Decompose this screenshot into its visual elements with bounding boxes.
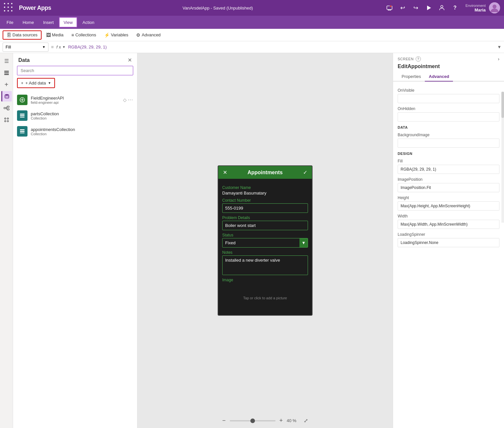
variables-button[interactable]: ⚡ Variables xyxy=(101,31,132,39)
fx-label: fx ▼ xyxy=(56,45,65,49)
svg-point-14 xyxy=(7,118,9,119)
svg-rect-11 xyxy=(7,106,9,107)
data-search-input[interactable] xyxy=(17,66,133,75)
menu-action[interactable]: Action xyxy=(79,17,98,28)
api-more-icon[interactable]: ··· xyxy=(128,97,133,103)
fill-input[interactable] xyxy=(398,165,499,174)
undo-icon[interactable]: ↩ xyxy=(397,3,408,13)
data-panel: Data ✕ + + Add data ▼ FieldEngineerAPI f… xyxy=(13,53,137,428)
nav-tools[interactable] xyxy=(1,115,12,125)
zoom-slider[interactable] xyxy=(230,420,276,421)
database-icon: 🗄 xyxy=(7,32,11,38)
height-input[interactable] xyxy=(398,201,499,211)
svg-rect-8 xyxy=(4,74,9,75)
environment-name: Maria xyxy=(475,8,486,12)
notes-label: Notes xyxy=(222,250,308,255)
menu-file[interactable]: File xyxy=(3,17,17,28)
nav-hamburger[interactable]: ☰ xyxy=(1,56,12,66)
menu-home[interactable]: Home xyxy=(19,17,38,28)
canvas-area[interactable]: ✕ Appointments ✓ Customer Name Damayanti… xyxy=(137,53,393,428)
formula-input[interactable]: RGBA(29, 29, 29, 1) xyxy=(68,45,492,49)
parts-name: partsCollection xyxy=(31,111,133,116)
problem-details-label: Problem Details xyxy=(222,215,308,220)
phone-screen: ✕ Appointments ✓ Customer Name Damayanti… xyxy=(218,165,313,316)
image-position-input[interactable] xyxy=(398,183,499,192)
svg-rect-22 xyxy=(20,131,25,132)
formula-dropdown-chevron[interactable]: ▼ xyxy=(62,45,65,49)
api-icon xyxy=(17,95,27,105)
phone-check-icon[interactable]: ✓ xyxy=(303,169,307,176)
image-upload-area[interactable]: Tap or click to add a picture xyxy=(222,285,308,311)
redo-icon[interactable]: ↪ xyxy=(410,3,421,13)
loading-spinner-input[interactable] xyxy=(398,238,499,247)
svg-rect-23 xyxy=(20,133,25,133)
avatar[interactable] xyxy=(489,2,500,13)
props-content: OnVisible OnHidden DATA BackgroundImage … xyxy=(393,82,504,428)
plus-icon: + xyxy=(21,81,24,85)
svg-rect-19 xyxy=(20,115,25,116)
props-expand-icon[interactable]: › xyxy=(498,56,499,62)
problem-details-input[interactable]: Boiler wont start xyxy=(222,221,308,230)
close-icon[interactable]: ✕ xyxy=(128,57,132,63)
svg-marker-2 xyxy=(427,6,431,10)
collections-button[interactable]: ≡ Collections xyxy=(68,31,99,39)
phone-close-icon[interactable]: ✕ xyxy=(223,169,227,176)
scrollbar-thumb[interactable] xyxy=(501,92,504,118)
fullscreen-icon[interactable]: ⤢ xyxy=(304,418,308,424)
svg-rect-21 xyxy=(20,129,25,130)
add-data-chevron: ▼ xyxy=(48,81,51,85)
props-header: SCREEN ? › xyxy=(393,53,504,63)
parts-sub: Collection xyxy=(31,116,133,120)
advanced-icon: ⚙ xyxy=(136,32,140,38)
notes-textarea[interactable]: Installed a new diverter valve xyxy=(222,255,308,275)
media-icon: 🖼 xyxy=(46,32,51,38)
grid-icon[interactable] xyxy=(4,3,14,13)
svg-rect-10 xyxy=(4,107,6,109)
tab-advanced[interactable]: Advanced xyxy=(425,72,453,82)
data-panel-title: Data xyxy=(18,57,30,63)
toolbar-strip: 🗄 Data sources 🖼 Media ≡ Collections ⚡ V… xyxy=(0,29,504,41)
nav-connections[interactable] xyxy=(1,103,12,113)
zoom-plus-button[interactable]: + xyxy=(279,417,283,424)
nav-data[interactable] xyxy=(1,91,12,102)
add-data-button[interactable]: + + Add data ▼ xyxy=(17,78,55,88)
svg-rect-6 xyxy=(4,71,9,72)
menu-insert[interactable]: Insert xyxy=(39,17,58,28)
run-icon[interactable] xyxy=(423,3,434,13)
scrollbar-track xyxy=(501,92,504,223)
advanced-button[interactable]: ⚙ Advanced xyxy=(133,31,164,39)
width-input[interactable] xyxy=(398,220,499,229)
data-item-appointmentscollection[interactable]: appointmentsCollection Collection xyxy=(13,123,137,139)
formula-bar: Fill ▼ = fx ▼ RGBA(29, 29, 29, 1) ▼ xyxy=(0,41,504,53)
expand-icon[interactable]: ▼ xyxy=(497,45,501,49)
zoom-minus-button[interactable]: − xyxy=(222,417,226,424)
collection-icon-parts xyxy=(17,110,27,121)
media-button[interactable]: 🖼 Media xyxy=(43,31,67,39)
svg-rect-12 xyxy=(7,109,9,110)
on-hidden-input[interactable] xyxy=(398,112,499,121)
api-refresh-icon[interactable]: ◇ xyxy=(123,97,127,102)
data-item-fieldengineerapi[interactable]: FieldEngineerAPI field-engineer-api ◇ ··… xyxy=(13,92,137,108)
on-visible-input[interactable] xyxy=(398,94,499,103)
tab-properties[interactable]: Properties xyxy=(398,72,425,82)
status-dropdown[interactable]: Fixed ▼ xyxy=(222,238,308,248)
menu-view[interactable]: View xyxy=(59,17,77,28)
data-item-partscollection[interactable]: partsCollection Collection xyxy=(13,108,137,123)
monitor-icon[interactable] xyxy=(384,3,395,13)
background-image-input[interactable] xyxy=(398,139,499,148)
image-label: Image xyxy=(222,278,308,282)
doc-title: VanArsdelApp - Saved (Unpublished) xyxy=(183,6,253,10)
left-nav: ☰ + xyxy=(0,53,13,428)
nav-add[interactable]: + xyxy=(1,79,12,90)
contact-number-input[interactable]: 555-0199 xyxy=(222,203,308,213)
data-sources-button[interactable]: 🗄 Data sources xyxy=(3,30,42,40)
user-icon[interactable] xyxy=(437,3,447,13)
appointments-name: appointmentsCollection xyxy=(31,127,133,132)
help-icon[interactable]: ? xyxy=(450,3,460,13)
environment-label: Environment xyxy=(465,4,486,8)
api-name: FieldEngineerAPI xyxy=(31,96,120,101)
nav-layers[interactable] xyxy=(1,67,12,78)
screen-help-icon[interactable]: ? xyxy=(416,56,421,62)
property-dropdown[interactable]: Fill ▼ xyxy=(3,43,48,52)
image-position-label: ImagePosition xyxy=(398,177,499,182)
